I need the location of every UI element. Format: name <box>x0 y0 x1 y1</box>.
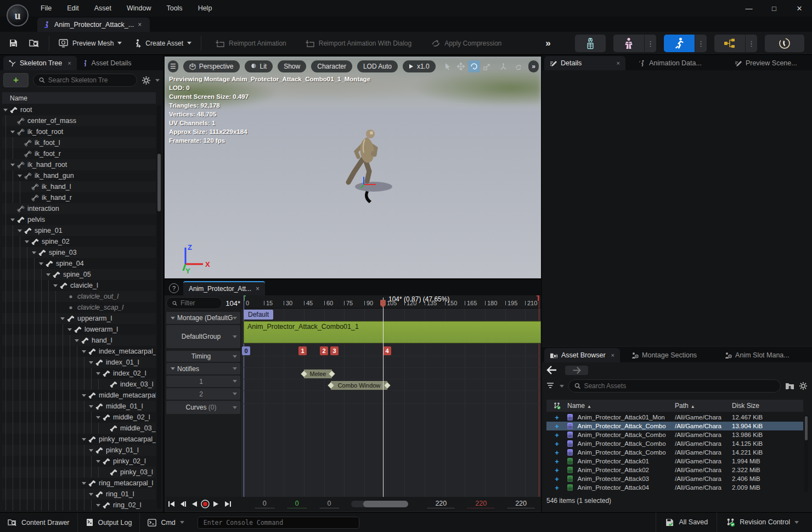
character-button[interactable]: Character <box>311 60 352 72</box>
frame-spinbox[interactable]: 220 <box>507 500 534 508</box>
notify-handle-right[interactable] <box>384 382 390 388</box>
slot-track-row[interactable]: Default <box>241 309 541 321</box>
skeleton-mode-button[interactable] <box>575 35 606 52</box>
timeline-filter-input[interactable] <box>181 299 216 307</box>
revision-state-column-header[interactable] <box>546 402 567 410</box>
scale-tool-button[interactable] <box>481 60 493 72</box>
play-reverse-button[interactable] <box>189 498 199 510</box>
tree-row-pinky_01_l[interactable]: pinky_01_l <box>2 445 156 456</box>
tree-row-pinky_02_l[interactable]: pinky_02_l <box>2 456 156 467</box>
tab-preview-scene[interactable]: Preview Scene... <box>729 56 803 70</box>
collapse-arrow-icon[interactable] <box>96 372 100 375</box>
output-log-button[interactable]: Output Log <box>78 513 140 532</box>
asset-search[interactable] <box>568 379 781 393</box>
to-end-button[interactable] <box>222 498 232 510</box>
collapse-arrow-icon[interactable] <box>46 273 50 276</box>
collapse-arrow-icon[interactable] <box>18 229 22 232</box>
coordinate-space-button[interactable] <box>498 60 509 72</box>
chevron-down-icon[interactable] <box>155 79 160 82</box>
collapse-arrow-icon[interactable] <box>53 284 58 287</box>
tree-row-interaction[interactable]: interaction <box>2 203 156 214</box>
blueprint-mode-button[interactable] <box>714 35 745 52</box>
tree-row-middle_01_l[interactable]: middle_01_l <box>2 401 156 412</box>
menu-file[interactable]: File <box>34 2 58 14</box>
notify-handle-left[interactable] <box>328 382 334 388</box>
notify-track-row-1[interactable]: Melee <box>241 368 541 379</box>
physics-mode-button[interactable] <box>765 35 804 52</box>
tree-row-spine_03[interactable]: spine_03 <box>2 247 156 258</box>
frame-spinbox[interactable]: 0 <box>287 500 307 508</box>
timeline-scrollbar[interactable] <box>351 501 408 507</box>
preview-mesh-button[interactable]: Preview Mesh <box>53 35 127 52</box>
notifies-header-row[interactable] <box>241 356 541 368</box>
curves-track-header[interactable]: Curves (0) <box>166 401 240 414</box>
content-drawer-button[interactable]: Content Drawer <box>0 513 78 532</box>
collapse-arrow-icon[interactable] <box>75 339 79 342</box>
chevron-down-icon[interactable] <box>560 385 564 388</box>
size-column-header[interactable]: Disk Size <box>732 402 803 410</box>
tree-row-middle_02_l[interactable]: middle_02_l <box>2 412 156 423</box>
tree-row-ik_hand_r[interactable]: ik_hand_r <box>2 192 156 203</box>
close-button[interactable]: ✕ <box>787 0 812 16</box>
tree-row-index_03_l[interactable]: index_03_l <box>2 379 156 390</box>
skeleton-search-input[interactable] <box>48 76 131 84</box>
tree-row-ring_metacarpal_l[interactable]: ring_metacarpal_l <box>2 478 156 489</box>
blueprint-mode-options-kebab[interactable]: ⋮ <box>745 35 757 52</box>
menu-tools[interactable]: Tools <box>160 2 189 14</box>
add-bone-button[interactable]: + <box>3 73 29 87</box>
apply-compression-button[interactable]: Apply Compression <box>426 35 507 52</box>
tree-row-hand_l[interactable]: hand_l <box>2 335 156 346</box>
timeline-track-area[interactable]: 0153045607590105120135150165180195210 De… <box>241 295 541 497</box>
chevron-down-icon[interactable] <box>233 380 237 383</box>
asset-row[interactable]: + Anim_Protector_Attack_Combo/All/Game/C… <box>546 422 803 430</box>
tree-row-clavicle_out_l[interactable]: clavicle_out_l <box>2 291 156 302</box>
animation-segment-bar[interactable]: Anim_Protector_Attack_Combo01_1 <box>244 321 541 343</box>
menu-window[interactable]: Window <box>120 2 157 14</box>
collapse-arrow-icon[interactable] <box>39 262 43 265</box>
reimport-animation-dialog-button[interactable]: Reimport Animation With Dialog <box>300 35 417 52</box>
tree-row-middle_metacarpal_l[interactable]: middle_metacarpal_l <box>2 390 156 401</box>
tab-asset-browser[interactable]: Asset Browser × <box>544 348 620 362</box>
slot-chip[interactable]: Default <box>244 310 273 320</box>
name-column-header[interactable]: Name▲ <box>567 402 675 410</box>
minimize-button[interactable]: — <box>736 0 762 16</box>
segment-track-row[interactable]: Anim_Protector_Attack_Combo01_1 <box>241 321 541 344</box>
collapse-arrow-icon[interactable] <box>89 405 93 408</box>
tree-row-root[interactable]: root <box>2 104 156 115</box>
animation-mode-button[interactable] <box>664 35 695 52</box>
gear-icon[interactable] <box>142 76 151 85</box>
tree-row-ik_foot_r[interactable]: ik_foot_r <box>2 148 156 159</box>
chevron-down-icon[interactable] <box>233 335 237 338</box>
chevron-down-icon[interactable] <box>233 393 237 395</box>
collapse-arrow-icon[interactable] <box>171 367 175 370</box>
tab-close-icon[interactable]: × <box>67 60 71 66</box>
collapse-arrow-icon[interactable] <box>96 504 100 507</box>
collapse-arrow-icon[interactable] <box>171 317 175 320</box>
collapse-arrow-icon[interactable] <box>3 109 8 111</box>
lod-auto-button[interactable]: LOD Auto <box>357 60 398 72</box>
collapse-arrow-icon[interactable] <box>32 251 36 254</box>
timing-marker-3[interactable]: 3 <box>330 346 339 355</box>
asset-tab-close-icon[interactable]: × <box>138 21 142 29</box>
path-column-header[interactable]: Path▲ <box>675 402 732 410</box>
menu-edit[interactable]: Edit <box>60 2 86 14</box>
playback-speed-button[interactable]: x1.0 <box>403 60 436 72</box>
collapse-arrow-icon[interactable] <box>18 175 22 177</box>
tree-row-pinky_03_l[interactable]: pinky_03_l <box>2 467 156 478</box>
collapse-arrow-icon[interactable] <box>10 164 15 166</box>
collapse-arrow-icon[interactable] <box>82 394 86 397</box>
notify-chip-combo-window[interactable]: Combo Window <box>331 381 387 390</box>
viewport-menu-button[interactable]: ☰ <box>168 60 178 72</box>
menu-asset[interactable]: Asset <box>88 2 118 14</box>
collapse-arrow-icon[interactable] <box>96 460 100 463</box>
tree-scrollbar-thumb[interactable] <box>157 154 161 211</box>
chevron-down-icon[interactable] <box>233 367 237 370</box>
timeline-tab-close-icon[interactable]: × <box>256 285 260 293</box>
timeline-filter[interactable] <box>166 297 222 309</box>
tree-row-spine_04[interactable]: spine_04 <box>2 258 156 269</box>
slot-group-header[interactable]: DefaultGroup <box>166 325 240 348</box>
lit-button[interactable]: Lit <box>245 60 273 72</box>
tree-row-middle_03_l[interactable]: middle_03_l <box>2 423 156 434</box>
montage-track-header[interactable]: Montage (DefaultGroup) <box>166 312 240 324</box>
tab-montage-sections[interactable]: Montage Sections <box>625 348 702 362</box>
